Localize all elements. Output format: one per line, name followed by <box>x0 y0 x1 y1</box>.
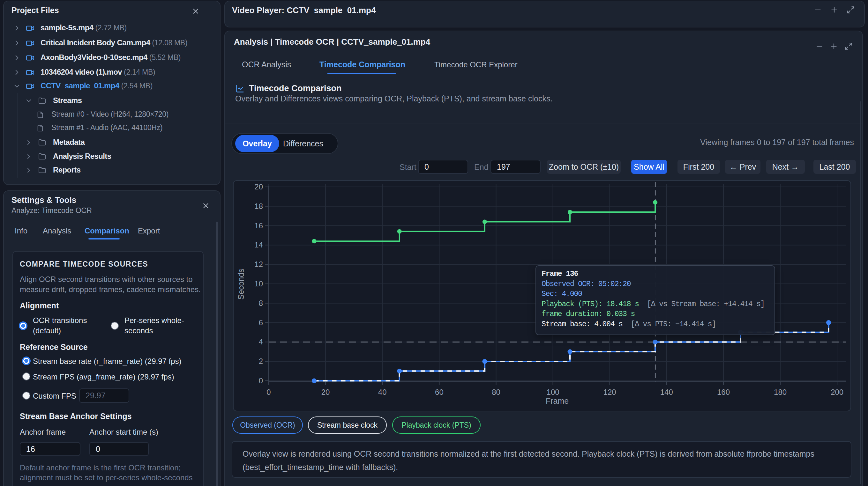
svg-text:20: 20 <box>254 183 263 191</box>
svg-text:200: 200 <box>831 388 843 396</box>
svg-text:160: 160 <box>717 388 730 396</box>
svg-text:120: 120 <box>603 388 616 396</box>
svg-text:100: 100 <box>547 388 559 396</box>
svg-text:0: 0 <box>259 376 263 385</box>
svg-text:80: 80 <box>492 388 500 396</box>
svg-text:2: 2 <box>259 357 263 365</box>
svg-text:40: 40 <box>378 388 387 396</box>
svg-text:Frame: Frame <box>546 396 569 405</box>
svg-text:8: 8 <box>259 299 263 307</box>
svg-text:10: 10 <box>254 279 263 288</box>
svg-text:14: 14 <box>254 240 263 249</box>
svg-text:16: 16 <box>254 221 263 230</box>
svg-text:180: 180 <box>774 388 786 396</box>
svg-text:18: 18 <box>254 202 263 210</box>
svg-text:0: 0 <box>267 388 271 396</box>
svg-text:140: 140 <box>660 388 673 396</box>
svg-text:4: 4 <box>259 337 263 346</box>
svg-text:60: 60 <box>435 388 443 396</box>
svg-text:20: 20 <box>321 388 330 396</box>
svg-text:12: 12 <box>254 260 263 268</box>
svg-text:6: 6 <box>259 318 263 327</box>
svg-text:Seconds: Seconds <box>237 268 245 299</box>
